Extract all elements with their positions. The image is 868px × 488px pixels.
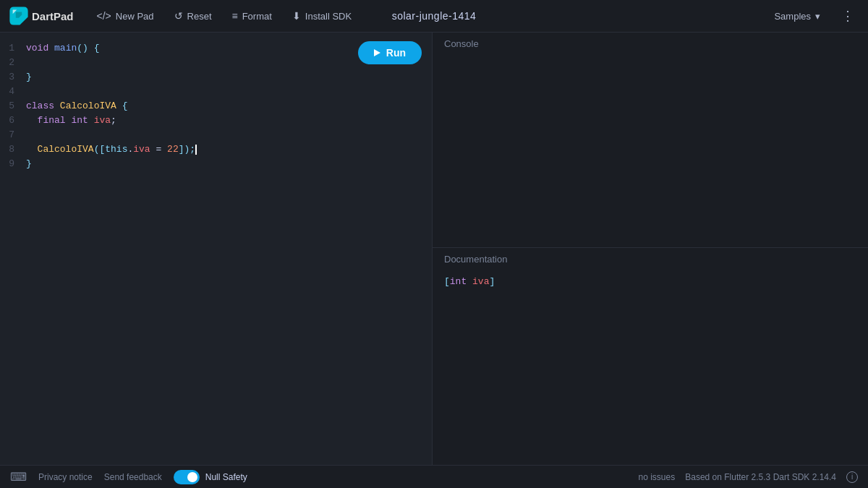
console-content xyxy=(433,55,868,247)
dart-logo-icon xyxy=(9,6,29,26)
code-icon: </> xyxy=(97,10,111,22)
info-icon[interactable]: i xyxy=(846,471,858,483)
header-right: Samples ▾ ⋮ xyxy=(764,4,859,27)
footer-left: ⌨ Privacy notice Send feedback Null Safe… xyxy=(10,470,247,484)
main-content: Run 1 void main() { 2 3 } 4 xyxy=(0,33,868,465)
sdk-info: Based on Flutter 2.5.3 Dart SDK 2.14.4 xyxy=(685,472,836,482)
format-button[interactable]: ≡ Format xyxy=(224,6,281,26)
footer-right: no issues Based on Flutter 2.5.3 Dart SD… xyxy=(639,471,858,483)
editor-panel: Run 1 void main() { 2 3 } 4 xyxy=(0,33,433,465)
code-line: 4 xyxy=(0,85,432,99)
code-line: 9 } xyxy=(0,157,432,171)
chevron-down-icon: ▾ xyxy=(815,11,820,22)
install-sdk-button[interactable]: ⬇ Install SDK xyxy=(284,6,360,26)
brand-name: DartPad xyxy=(32,10,74,22)
samples-button[interactable]: Samples ▾ xyxy=(764,7,830,26)
documentation-content: [int iva] xyxy=(433,270,868,293)
app-header: DartPad </> New Pad ↺ Reset ≡ Format ⬇ I… xyxy=(0,0,868,33)
issues-status: no issues xyxy=(639,472,676,482)
code-line: 3 } xyxy=(0,70,432,85)
run-button-container: Run xyxy=(358,41,422,64)
download-icon: ⬇ xyxy=(292,10,301,22)
code-editor[interactable]: 1 void main() { 2 3 } 4 5 class CalcoloI… xyxy=(0,33,432,465)
privacy-notice-link[interactable]: Privacy notice xyxy=(38,472,93,482)
more-options-button[interactable]: ⋮ xyxy=(836,4,859,27)
null-safety-toggle[interactable] xyxy=(174,470,200,484)
run-button[interactable]: Run xyxy=(358,41,422,64)
keyboard-icon: ⌨ xyxy=(10,470,27,484)
code-line: 8 CalcoloIVA([this.iva = 22]); xyxy=(0,142,432,157)
format-icon: ≡ xyxy=(232,10,238,22)
documentation-label: Documentation xyxy=(433,248,868,270)
app-footer: ⌨ Privacy notice Send feedback Null Safe… xyxy=(0,465,868,488)
reset-icon: ↺ xyxy=(174,10,183,22)
null-safety-toggle-container: Null Safety xyxy=(174,470,247,484)
code-line: 5 class CalcoloIVA { xyxy=(0,99,432,114)
code-line: 6 final int iva; xyxy=(0,114,432,128)
brand: DartPad xyxy=(9,6,74,26)
reset-button[interactable]: ↺ Reset xyxy=(166,6,221,26)
console-panel: Console xyxy=(433,33,868,248)
right-panel: Console Documentation [int iva] xyxy=(433,33,868,465)
play-icon xyxy=(374,49,380,56)
code-line: 7 xyxy=(0,128,432,142)
console-label: Console xyxy=(433,33,868,55)
new-pad-button[interactable]: </> New Pad xyxy=(88,6,163,26)
send-feedback-link[interactable]: Send feedback xyxy=(104,472,162,482)
documentation-panel: Documentation [int iva] xyxy=(433,248,868,465)
null-safety-label: Null Safety xyxy=(205,472,247,482)
pad-name: solar-jungle-1414 xyxy=(392,10,477,22)
